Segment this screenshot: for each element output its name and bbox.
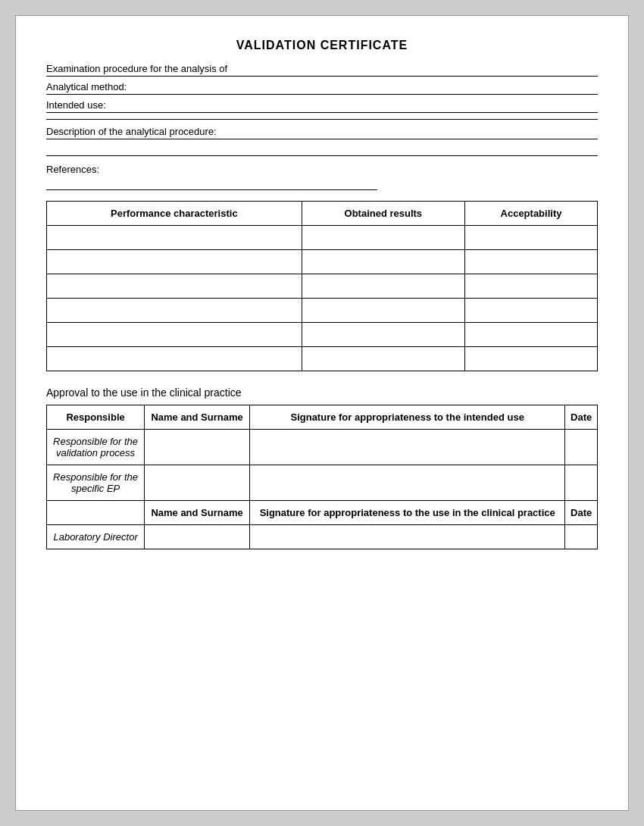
ep-name[interactable] [145, 465, 250, 501]
intended-field: Intended use: [46, 99, 598, 113]
table-row [47, 250, 598, 274]
approval-row-validation: Responsible for thevalidation process [47, 430, 598, 465]
perf-table-header-row: Performance characteristic Obtained resu… [47, 202, 598, 226]
clinical-date-label: Date [565, 501, 598, 525]
examination-value[interactable] [230, 63, 598, 74]
references-label: References: [46, 164, 598, 175]
examination-label: Examination procedure for the analysis o… [46, 63, 227, 74]
analytical-field: Analytical method: [46, 81, 598, 95]
references-value[interactable] [46, 178, 377, 190]
table-row [47, 226, 598, 250]
ep-signature[interactable] [249, 465, 564, 501]
approval-col-name: Name and Surname [145, 405, 250, 430]
description-label: Description of the analytical procedure: [46, 126, 217, 137]
table-row [47, 347, 598, 371]
approval-row-director: Laboratory Director [47, 525, 598, 549]
perf-col-characteristic: Performance characteristic [47, 202, 302, 226]
approval-col-signature: Signature for appropriateness to the int… [249, 405, 564, 430]
description-value[interactable] [220, 126, 598, 137]
examination-field: Examination procedure for the analysis o… [46, 63, 598, 77]
table-row [47, 323, 598, 347]
intended-value[interactable] [109, 99, 598, 111]
approval-row-clinical: Name and Surname Signature for appropria… [47, 501, 598, 525]
director-name[interactable] [145, 525, 250, 549]
validation-responsible-label: Responsible for thevalidation process [47, 430, 145, 465]
document-title: VALIDATION CERTIFICATE [46, 39, 598, 52]
director-label: Laboratory Director [47, 525, 145, 549]
approval-row-ep: Responsible for thespecific EP [47, 465, 598, 501]
table-row [47, 299, 598, 323]
intended-label: Intended use: [46, 99, 106, 111]
clinical-name: Name and Surname [145, 501, 250, 525]
table-row [47, 274, 598, 299]
director-signature[interactable] [249, 525, 564, 549]
performance-table: Performance characteristic Obtained resu… [46, 201, 598, 371]
ep-date[interactable] [565, 465, 598, 501]
validation-name[interactable] [145, 430, 250, 465]
clinical-responsible[interactable] [47, 501, 145, 525]
approval-col-date: Date [565, 405, 598, 430]
perf-col-results: Obtained results [302, 202, 464, 226]
document-page: VALIDATION CERTIFICATE Examination proce… [15, 15, 629, 811]
description-line2 [46, 144, 598, 156]
analytical-label: Analytical method: [46, 81, 127, 92]
clinical-signature-label: Signature for appropriateness to the use… [249, 501, 564, 525]
description-field: Description of the analytical procedure: [46, 126, 598, 139]
validation-date[interactable] [565, 430, 598, 465]
director-date[interactable] [565, 525, 598, 549]
perf-col-acceptability: Acceptability [464, 202, 597, 226]
approval-col-responsible: Responsible [47, 405, 145, 430]
validation-signature[interactable] [249, 430, 564, 465]
approval-header-row: Responsible Name and Surname Signature f… [47, 405, 598, 430]
analytical-value[interactable] [130, 81, 598, 92]
separator-1 [46, 119, 598, 120]
approval-table: Responsible Name and Surname Signature f… [46, 405, 598, 549]
approval-heading: Approval to the use in the clinical prac… [46, 386, 598, 399]
ep-responsible-label: Responsible for thespecific EP [47, 465, 145, 501]
